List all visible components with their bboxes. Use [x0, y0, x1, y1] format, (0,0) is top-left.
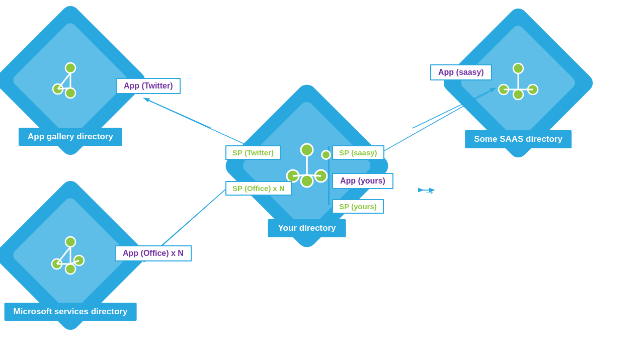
network-graph-icon	[48, 58, 93, 103]
svg-line-13	[58, 73, 70, 89]
sp-node-top	[321, 150, 331, 160]
microsoft-directory: Microsoft services directory	[15, 200, 126, 311]
ms-diamond-icon	[15, 200, 126, 311]
app-gallery-diamond: App gallery directory	[15, 25, 126, 136]
sp-office-box: SP (Office) x N	[225, 181, 292, 196]
microsoft-label: Microsoft services directory	[5, 303, 137, 321]
svg-point-22	[301, 144, 313, 156]
svg-point-14	[65, 237, 75, 247]
app-gallery-directory: App gallery directory	[15, 25, 126, 136]
saas-diamond-icon	[463, 28, 574, 138]
svg-line-28	[307, 175, 321, 176]
your-directory-label: Your directory	[268, 219, 346, 237]
app-gallery-label: App gallery directory	[19, 128, 122, 146]
arrow-right-yours: →	[424, 186, 435, 199]
sp-twitter-box: SP (Twitter)	[225, 145, 281, 160]
svg-point-8	[65, 63, 75, 73]
svg-line-21	[57, 247, 70, 264]
app-saasy-label: App (saasy)	[430, 64, 492, 80]
sp-yours-box: SP (yours)	[332, 199, 384, 214]
sp-saasy-box: SP (saasy)	[332, 145, 384, 160]
saas-directory: Some SAAS directory	[463, 28, 574, 138]
ms-network-graph	[48, 233, 93, 278]
app-office-label: App (Office) x N	[115, 245, 192, 261]
svg-line-4	[145, 99, 211, 128]
microsoft-diamond: Microsoft services directory	[15, 200, 126, 311]
svg-point-29	[513, 63, 523, 73]
svg-point-31	[513, 89, 523, 100]
saas-diamond: Some SAAS directory	[463, 28, 574, 138]
svg-point-10	[65, 88, 75, 98]
svg-point-17	[65, 264, 75, 274]
svg-line-12	[58, 88, 70, 89]
app-yours-label: App (yours)	[332, 173, 393, 189]
saas-network-graph	[496, 60, 541, 106]
app-twitter-label: App (Twitter)	[116, 78, 181, 94]
diamond-icon-area	[15, 25, 126, 136]
saas-label: Some SAAS directory	[465, 130, 572, 148]
svg-line-27	[293, 175, 307, 176]
svg-point-24	[301, 175, 313, 187]
